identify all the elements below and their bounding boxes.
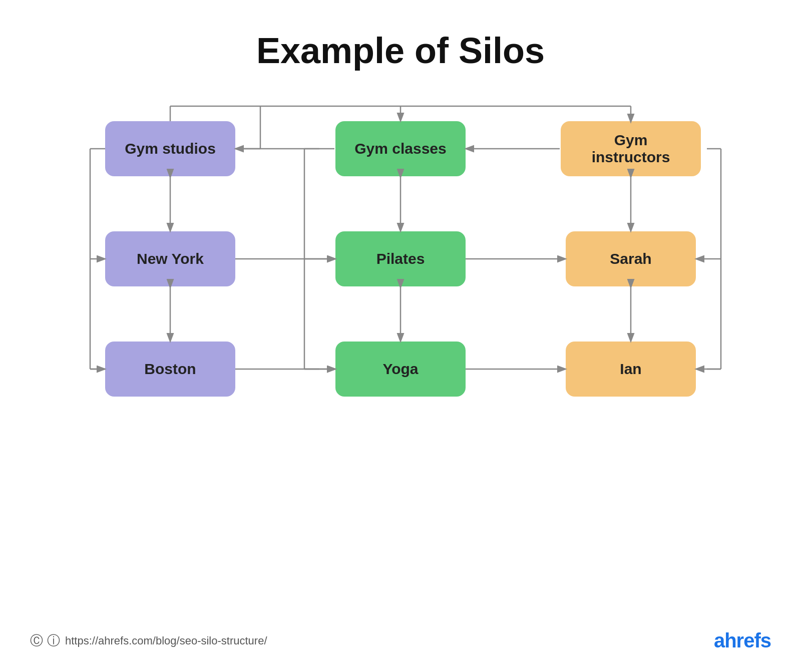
node-ian: Ian [566,342,696,397]
info-icon: ⓘ [47,632,60,649]
footer: Ⓒ ⓘ https://ahrefs.com/blog/seo-silo-str… [30,629,771,652]
node-boston: Boston [105,342,235,397]
node-gym-studios: Gym studios [105,121,235,176]
node-gym-instructors: Gym instructors [561,121,701,176]
page-title: Example of Silos [0,0,801,91]
node-pilates: Pilates [335,231,466,286]
footer-icons: Ⓒ ⓘ [30,632,60,649]
brand-text-orange: a [714,629,724,651]
diagram-area: Gym studios New York Boston Gym classes … [50,91,751,542]
brand-logo: ahrefs [714,629,771,652]
brand-text-blue: hrefs [724,629,771,651]
cc-icon: Ⓒ [30,632,43,649]
node-sarah: Sarah [566,231,696,286]
node-new-york: New York [105,231,235,286]
node-yoga: Yoga [335,342,466,397]
footer-left: Ⓒ ⓘ https://ahrefs.com/blog/seo-silo-str… [30,632,267,649]
node-gym-classes: Gym classes [335,121,466,176]
footer-url: https://ahrefs.com/blog/seo-silo-structu… [65,634,267,647]
